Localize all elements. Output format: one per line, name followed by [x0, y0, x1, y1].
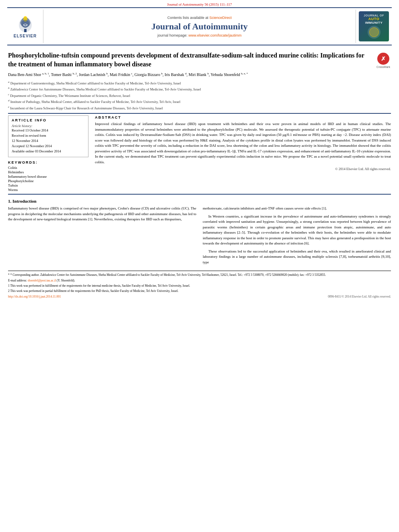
email-link[interactable]: shoenfel@post.tau.ac.il	[28, 279, 56, 282]
intro-para-4: These observations led to the successful…	[203, 249, 391, 265]
corresponding-author-text: * Corresponding author. Zabludowicz Cent…	[10, 273, 326, 277]
sciencedirect-prefix: Contents lists available at	[167, 16, 208, 20]
journal-citation: Journal of Autoimmunity 56 (2015) 111–11…	[0, 0, 399, 7]
email-note: E-mail address: shoenfel@post.tau.ac.il …	[8, 278, 391, 283]
crossmark-badge: ✗ CrossMark	[376, 53, 391, 68]
elsevier-logo-section: ELSEVIER	[7, 10, 43, 43]
keyword-helminthes: Helminthes	[8, 170, 88, 174]
affiliations: a Department of Gastroenterology, Sheba …	[8, 80, 391, 111]
journal-homepage-line: journal homepage: www.elsevier.com/locat…	[157, 33, 241, 37]
journal-logo-section: JOURNAL OF AUTO IMMUNITY	[356, 10, 392, 43]
elsevier-logo: ELSEVIER	[14, 15, 37, 38]
sciencedirect-line: Contents lists available at ScienceDirec…	[167, 16, 232, 20]
journal-title-section: Contents lists available at ScienceDirec…	[43, 10, 356, 43]
article-title: Phosphorylcholine-tuftsin compound preve…	[8, 51, 371, 68]
copyright-notice: © 2014 Elsevier Ltd. All rights reserved…	[95, 167, 391, 171]
section-number: 1.	[8, 199, 12, 203]
email-label: E-mail address:	[8, 279, 27, 282]
affil-b: b Zabludowicz Center for Autoimmune Dise…	[8, 86, 391, 92]
issn-text: 0896-8411/© 2014 Elsevier Ltd. All right…	[328, 295, 391, 298]
info-abstract-section: ARTICLE INFO Article history: Received 1…	[8, 115, 391, 192]
sciencedirect-link[interactable]: ScienceDirect	[210, 16, 232, 20]
online-date: Available online 03 December 2014	[12, 149, 85, 153]
homepage-prefix: journal homepage:	[157, 33, 187, 37]
keyword-colitis: Colitis	[8, 166, 88, 170]
introduction-section: 1. Introduction Inflammatory bowel disea…	[8, 199, 391, 267]
affil-a: a Department of Gastroenterology, Sheba …	[8, 80, 391, 86]
page: Journal of Autoimmunity 56 (2015) 111–11…	[0, 0, 399, 532]
article-title-section: Phosphorylcholine-tuftsin compound preve…	[8, 51, 391, 68]
intro-para-1: Inflammatory bowel disease (IBD) is comp…	[8, 206, 196, 222]
keyword-ibd: Inflammatory bowel disease	[8, 175, 88, 179]
intro-para-2: methotrexate, calcineurin inhibitors and…	[203, 206, 391, 212]
section-heading-intro: 1. Introduction	[8, 199, 391, 203]
corresponding-author-note: * * Corresponding author. Zabludowicz Ce…	[8, 273, 391, 277]
affil-e: e Incumbent of the Laura Schwarz-Kipp Ch…	[8, 105, 391, 111]
homepage-link[interactable]: www.elsevier.com/locate/jautimm	[189, 33, 242, 37]
email-person: (Y. Shoenfeld).	[57, 279, 75, 282]
footer: http://dx.doi.org/10.1016/j.jaut.2014.11…	[8, 295, 391, 298]
keywords-title: Keywords:	[8, 160, 88, 164]
accepted-date: Accepted 12 November 2014	[12, 144, 85, 148]
intro-col-left: Inflammatory bowel disease (IBD) is comp…	[8, 206, 196, 267]
crossmark-icon: ✗	[377, 53, 389, 65]
revised-label: Received in revised form	[12, 134, 85, 138]
received-date: Received 13 October 2014	[12, 128, 85, 132]
footnotes-section: * * Corresponding author. Zabludowicz Ce…	[8, 271, 391, 293]
affil-d: d Institute of Pathology, Sheba Medical …	[8, 99, 391, 105]
authors-line: Dana Ben-Ami Shor a, b, 1, Tomer Bashi b…	[8, 72, 391, 78]
journal-citation-text: Journal of Autoimmunity 56 (2015) 111–11…	[167, 2, 232, 6]
intro-body-columns: Inflammatory bowel disease (IBD) is comp…	[8, 206, 391, 267]
journal-title: Journal of Autoimmunity	[151, 21, 248, 32]
section-divider-top	[8, 113, 391, 114]
section-divider-bottom	[8, 194, 391, 195]
elsevier-tree-icon	[15, 15, 35, 33]
logo-immunity-text: IMMUNITY	[365, 21, 383, 25]
logo-auto-text: AUTO	[368, 17, 379, 21]
keyword-worms: Worms	[8, 188, 88, 192]
revised-date: 12 November 2014	[12, 139, 85, 143]
affil-c: c Department of Organic Chemistry, The W…	[8, 92, 391, 99]
journal-banner: ELSEVIER Contents lists available at Sci…	[7, 7, 392, 45]
keyword-tuftsin: Tuftsin	[8, 183, 88, 187]
autoimmunity-logo: JOURNAL OF AUTO IMMUNITY	[359, 11, 389, 41]
section-title: Introduction	[12, 199, 37, 203]
keyword-pc: Phosphorylcholine	[8, 179, 88, 183]
intro-para-3: In Western countries, a significant incr…	[203, 214, 391, 246]
abstract-title: ABSTRACT	[95, 115, 391, 119]
crossmark-label: CrossMark	[376, 66, 390, 68]
article-info-box: ARTICLE INFO Article history: Received 1…	[8, 115, 88, 157]
article-info-title: ARTICLE INFO	[12, 118, 85, 122]
elsevier-wordmark: ELSEVIER	[14, 34, 37, 38]
intro-col-right: methotrexate, calcineurin inhibitors and…	[203, 206, 391, 267]
history-label: Article history:	[12, 124, 85, 128]
main-content: Phosphorylcholine-tuftsin compound preve…	[0, 45, 399, 302]
abstract-text: Improved clinical findings of inflammato…	[95, 121, 391, 165]
footnote-1: 1 This work was performed in fulfillment…	[8, 283, 391, 288]
doi-link[interactable]: http://dx.doi.org/10.1016/j.jaut.2014.11…	[8, 295, 61, 298]
abstract-col: ABSTRACT Improved clinical findings of i…	[95, 115, 391, 192]
footnote-2: 2 This work was performed in partial ful…	[8, 289, 391, 293]
article-info-col: ARTICLE INFO Article history: Received 1…	[8, 115, 88, 192]
